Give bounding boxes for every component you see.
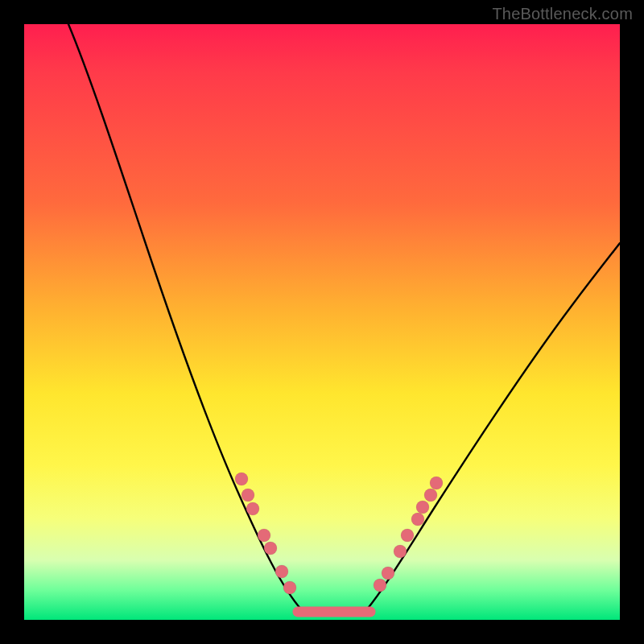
marker-dot — [246, 502, 259, 515]
marker-dot — [401, 529, 414, 542]
marker-dot — [430, 477, 443, 489]
marker-dot — [258, 529, 270, 542]
curve-layer — [24, 24, 620, 620]
chart-stage: TheBottleneck.com — [0, 0, 644, 644]
marker-dot — [235, 473, 248, 485]
marker-dot — [394, 545, 407, 558]
marker-dot — [416, 501, 429, 514]
left-curve — [68, 24, 302, 610]
marker-dot — [275, 565, 288, 578]
watermark-text: TheBottleneck.com — [492, 5, 633, 23]
marker-dot — [424, 489, 437, 502]
plot-area — [24, 24, 620, 620]
marker-dot — [283, 581, 296, 594]
marker-dot — [411, 513, 424, 526]
marker-dot — [264, 542, 277, 555]
marker-dot — [382, 567, 394, 580]
marker-dot — [242, 489, 254, 502]
marker-dot — [374, 579, 386, 592]
